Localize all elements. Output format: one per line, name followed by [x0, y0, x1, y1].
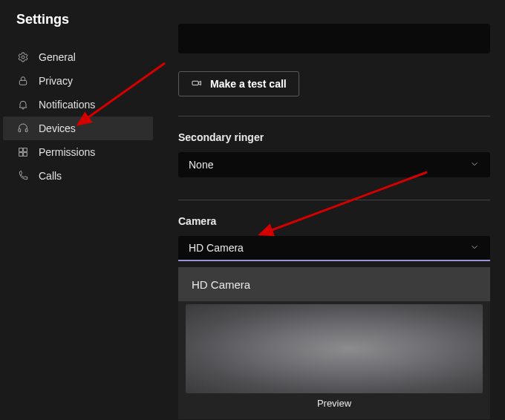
page-title: Settings	[0, 9, 156, 45]
svg-rect-1	[19, 80, 26, 85]
camera-option[interactable]: HD Camera	[178, 267, 490, 301]
camera-select[interactable]: HD Camera	[178, 236, 490, 261]
grid-icon	[16, 145, 30, 159]
sidebar-item-label: Permissions	[39, 146, 95, 158]
sidebar-item-label: Devices	[39, 122, 76, 134]
select-value: None	[189, 159, 213, 171]
sidebar-item-label: General	[39, 51, 76, 63]
secondary-ringer-select[interactable]: None	[178, 152, 490, 177]
camera-dropdown-panel: HD Camera Preview	[178, 267, 490, 419]
button-label: Make a test call	[210, 78, 287, 90]
secondary-ringer-label: Secondary ringer	[178, 131, 490, 143]
section-divider	[178, 116, 490, 117]
sidebar-item-notifications[interactable]: Notifications	[3, 93, 153, 117]
preview-label: Preview	[178, 393, 490, 409]
lock-icon	[16, 74, 30, 88]
svg-point-0	[22, 56, 25, 59]
sidebar-item-privacy[interactable]: Privacy	[3, 69, 153, 93]
phone-icon	[16, 169, 30, 183]
content-pane: Make a test call Secondary ringer None C…	[156, 0, 505, 420]
sidebar-item-permissions[interactable]: Permissions	[3, 140, 153, 164]
sidebar: Settings General Privacy Notifications	[0, 0, 156, 420]
select-value: HD Camera	[189, 242, 244, 254]
sidebar-item-label: Calls	[39, 170, 62, 182]
sidebar-item-label: Notifications	[39, 99, 95, 111]
sidebar-nav: General Privacy Notifications Devices	[0, 45, 156, 188]
gear-icon	[16, 50, 30, 64]
bell-icon	[16, 98, 30, 111]
chevron-down-icon	[469, 159, 480, 171]
svg-rect-7	[24, 153, 27, 157]
svg-rect-8	[192, 81, 198, 85]
camera-preview	[186, 304, 483, 393]
speaker-select-collapsed[interactable]	[178, 24, 490, 53]
sidebar-item-general[interactable]: General	[3, 45, 153, 69]
video-call-icon	[191, 77, 203, 91]
section-divider	[178, 200, 490, 200]
svg-rect-6	[19, 153, 23, 157]
camera-label: Camera	[178, 215, 490, 227]
headset-icon	[16, 122, 30, 135]
svg-rect-5	[24, 148, 27, 152]
svg-rect-2	[19, 129, 21, 132]
settings-window: Settings General Privacy Notifications	[0, 0, 505, 420]
make-test-call-button[interactable]: Make a test call	[178, 71, 299, 96]
sidebar-item-calls[interactable]: Calls	[3, 164, 153, 188]
chevron-down-icon	[469, 242, 480, 255]
sidebar-item-devices[interactable]: Devices	[3, 117, 153, 140]
svg-rect-3	[25, 129, 27, 132]
sidebar-item-label: Privacy	[39, 75, 73, 87]
option-label: HD Camera	[192, 278, 250, 291]
svg-rect-4	[19, 148, 23, 152]
